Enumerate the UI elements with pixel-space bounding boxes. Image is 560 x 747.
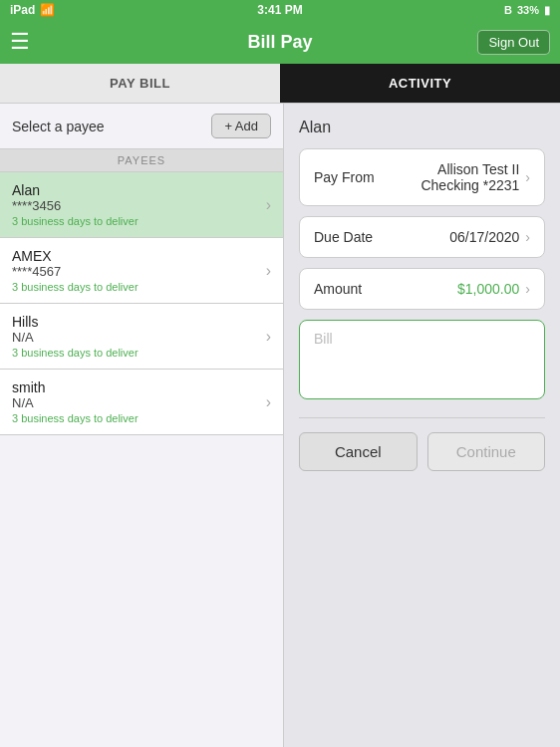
payee-account: ****4567 [12,264,139,279]
payee-name: smith [12,379,139,395]
pay-from-label: Pay From [314,169,404,185]
tab-bar: PAY BILL ACTIVITY [0,64,560,104]
selected-payee-title: Alan [299,119,545,136]
nav-bar: ☰ Bill Pay Sign Out [0,20,560,64]
device-label: iPad [10,3,35,17]
bluetooth-icon: B [504,4,512,16]
select-payee-label: Select a payee [12,119,105,134]
sign-out-button[interactable]: Sign Out [477,30,550,55]
continue-button[interactable]: Continue [427,432,546,471]
battery-icon: ▮ [544,4,550,17]
pay-from-value: Allison Test II Checking *2231 [404,161,519,193]
amount-card: Amount $1,000.00 › [299,268,545,310]
amount-row[interactable]: Amount $1,000.00 › [300,269,544,309]
payee-delivery: 3 business days to deliver [12,215,139,227]
chevron-right-icon: › [266,328,271,346]
payee-item[interactable]: smith N/A 3 business days to deliver › [0,370,283,435]
battery-percent: 33% [517,4,539,16]
amount-chevron-icon: › [525,281,530,297]
payee-item[interactable]: Hills N/A 3 business days to deliver › [0,304,283,370]
payee-info: Hills N/A 3 business days to deliver [12,314,139,359]
payee-delivery: 3 business days to deliver [12,347,139,359]
due-date-chevron-icon: › [525,229,530,245]
right-panel: Alan Pay From Allison Test II Checking *… [284,104,560,747]
left-panel: Select a payee + Add PAYEES Alan ****345… [0,104,284,747]
cancel-button[interactable]: Cancel [299,432,418,471]
payee-info: Alan ****3456 3 business days to deliver [12,182,139,227]
payee-info: smith N/A 3 business days to deliver [12,379,139,424]
payee-delivery: 3 business days to deliver [12,412,139,424]
chevron-right-icon: › [266,393,271,411]
chevron-right-icon: › [266,262,271,280]
select-payee-header: Select a payee + Add [0,104,283,148]
memo-card[interactable]: Bill [299,320,545,399]
nav-title: Bill Pay [247,32,312,53]
status-left: iPad 📶 [10,3,55,17]
payee-info: AMEX ****4567 3 business days to deliver [12,248,139,293]
payee-account: ****3456 [12,198,139,213]
menu-icon[interactable]: ☰ [10,29,30,55]
payee-item[interactable]: Alan ****3456 3 business days to deliver… [0,172,283,238]
status-right: B 33% ▮ [504,4,550,17]
wifi-icon: 📶 [40,3,55,17]
payee-delivery: 3 business days to deliver [12,281,139,293]
payee-account: N/A [12,330,139,345]
payee-account: N/A [12,395,139,410]
payee-item[interactable]: AMEX ****4567 3 business days to deliver… [0,238,283,304]
due-date-value: 06/17/2020 [404,229,519,245]
tab-pay-bill[interactable]: PAY BILL [0,64,280,103]
due-date-label: Due Date [314,229,404,245]
action-buttons: Cancel Continue [299,432,545,471]
payee-name: Hills [12,314,139,330]
status-bar: iPad 📶 3:41 PM B 33% ▮ [0,0,560,20]
amount-value: $1,000.00 [404,281,519,297]
status-time: 3:41 PM [257,3,302,17]
chevron-right-icon: › [266,196,271,214]
payee-name: Alan [12,182,139,198]
add-payee-button[interactable]: + Add [211,114,271,138]
due-date-card: Due Date 06/17/2020 › [299,216,545,258]
pay-from-row[interactable]: Pay From Allison Test II Checking *2231 … [300,149,544,205]
amount-label: Amount [314,281,404,297]
pay-from-chevron-icon: › [525,169,530,185]
payees-section-header: PAYEES [0,148,283,172]
payee-name: AMEX [12,248,139,264]
payee-list: Alan ****3456 3 business days to deliver… [0,172,283,747]
divider [299,417,545,418]
due-date-row[interactable]: Due Date 06/17/2020 › [300,217,544,257]
memo-label: Bill [314,331,333,347]
tab-activity[interactable]: ACTIVITY [280,64,560,103]
pay-from-card: Pay From Allison Test II Checking *2231 … [299,148,545,206]
main-content: Select a payee + Add PAYEES Alan ****345… [0,104,560,747]
